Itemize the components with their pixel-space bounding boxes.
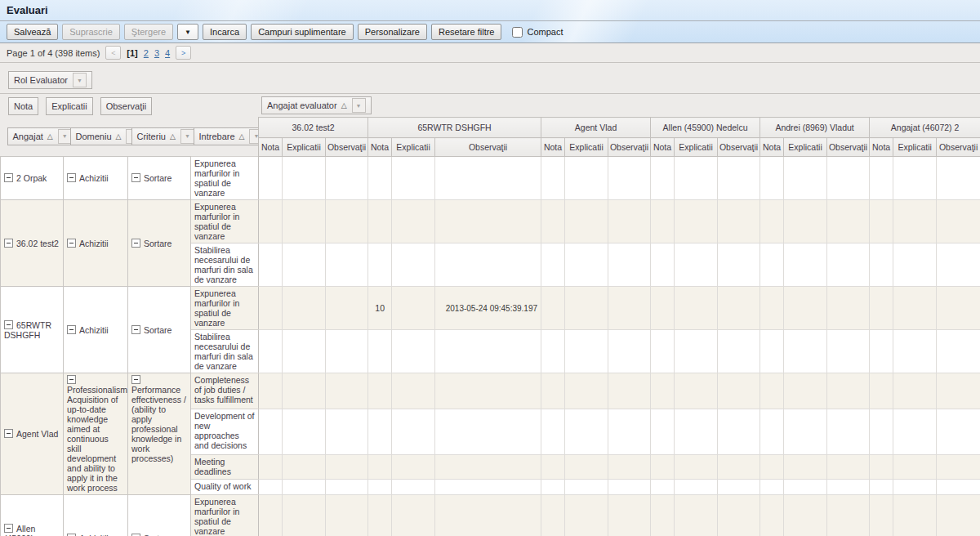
data-cell[interactable] [760,200,784,243]
data-cell[interactable] [392,157,435,200]
data-cell[interactable] [283,454,326,479]
collapse-icon[interactable] [4,429,13,438]
collapse-icon[interactable] [4,524,13,533]
data-cell[interactable] [675,480,718,495]
collapse-icon[interactable] [67,325,76,334]
data-cell[interactable] [368,480,392,495]
collapse-icon[interactable] [67,534,76,536]
data-cell[interactable] [651,409,675,455]
data-cell[interactable] [718,495,760,536]
data-cell[interactable] [326,495,368,536]
collapse-icon[interactable] [131,325,140,334]
data-cell[interactable] [827,373,870,409]
page-link-3[interactable]: 3 [154,48,159,58]
data-cell[interactable] [760,373,784,409]
data-cell[interactable] [541,200,565,243]
data-cell[interactable] [259,330,283,373]
data-cell[interactable] [675,330,718,373]
compact-checkbox[interactable] [512,27,523,38]
data-cell[interactable] [326,409,368,455]
data-cell[interactable] [870,157,893,200]
data-cell[interactable] [608,243,651,287]
data-cell[interactable] [675,495,718,536]
data-cell[interactable] [283,409,326,455]
data-cell[interactable] [870,330,893,373]
collapse-icon[interactable] [131,375,140,384]
data-cell[interactable] [326,373,368,409]
data-cell[interactable] [937,409,980,455]
data-cell[interactable] [675,287,718,330]
data-cell[interactable] [718,287,760,330]
data-cell[interactable] [392,454,435,479]
data-cell[interactable] [565,409,608,455]
data-cell[interactable] [784,330,827,373]
data-cell[interactable] [870,243,893,287]
data-cell[interactable] [259,373,283,409]
data-cell[interactable] [893,200,937,243]
data-cell[interactable] [651,480,675,495]
data-cell[interactable] [760,454,784,479]
save-button[interactable]: Salvează [7,24,58,40]
next-page-icon[interactable]: > [176,46,191,60]
data-cell[interactable] [893,409,937,455]
data-cell[interactable] [541,454,565,479]
data-cell[interactable] [541,243,565,287]
data-cell[interactable] [675,409,718,455]
data-cell[interactable] [651,330,675,373]
chevron-down-icon[interactable]: ▼ [180,129,194,144]
data-cell[interactable] [541,495,565,536]
data-cell[interactable] [870,287,893,330]
data-cell[interactable] [283,243,326,287]
data-cell[interactable] [784,480,827,495]
collapse-icon[interactable] [131,534,140,536]
data-cell[interactable] [827,243,870,287]
data-cell[interactable] [259,480,283,495]
data-cell[interactable] [937,330,980,373]
data-cell[interactable] [760,243,784,287]
data-cell[interactable] [870,373,893,409]
data-cell[interactable] [392,480,435,495]
data-cell[interactable] [937,480,980,495]
data-cell[interactable] [893,495,937,536]
data-cell[interactable] [608,454,651,479]
data-cell[interactable] [937,495,980,536]
data-cell[interactable] [368,330,392,373]
data-cell[interactable] [718,157,760,200]
personalize-button[interactable]: Personalizare [358,24,427,40]
data-cell[interactable] [259,495,283,536]
data-cell[interactable] [565,157,608,200]
data-cell[interactable] [565,480,608,495]
data-cell[interactable] [608,287,651,330]
sort-asc-icon[interactable]: △ [239,132,245,141]
data-cell[interactable] [893,330,937,373]
data-cell[interactable] [651,200,675,243]
sort-asc-icon[interactable]: △ [47,132,53,141]
filter-field-rol-evaluator[interactable]: Rol Evaluator ▼ [8,71,92,89]
data-cell[interactable] [608,480,651,495]
data-cell[interactable] [718,409,760,455]
data-cell[interactable] [784,495,827,536]
data-cell[interactable] [870,200,893,243]
data-cell[interactable] [368,243,392,287]
data-cell[interactable] [435,480,541,495]
data-cell[interactable] [784,157,827,200]
data-cell[interactable] [784,409,827,455]
data-cell[interactable] [326,287,368,330]
load-button[interactable]: Incarca [203,24,247,40]
sort-asc-icon[interactable]: △ [170,132,176,141]
data-cell[interactable] [435,243,541,287]
data-cell[interactable] [718,200,760,243]
data-cell[interactable] [326,157,368,200]
data-cell[interactable] [368,157,392,200]
data-cell[interactable] [760,287,784,330]
data-cell[interactable] [608,409,651,455]
data-cell[interactable] [675,373,718,409]
collapse-icon[interactable] [4,320,13,329]
data-cell[interactable] [435,495,541,536]
data-cell[interactable] [784,200,827,243]
save-dropdown-button[interactable]: ▼ [177,24,198,40]
data-cell[interactable] [541,157,565,200]
page-link-2[interactable]: 2 [144,48,149,58]
data-cell[interactable] [827,409,870,455]
collapse-icon[interactable] [67,239,76,248]
